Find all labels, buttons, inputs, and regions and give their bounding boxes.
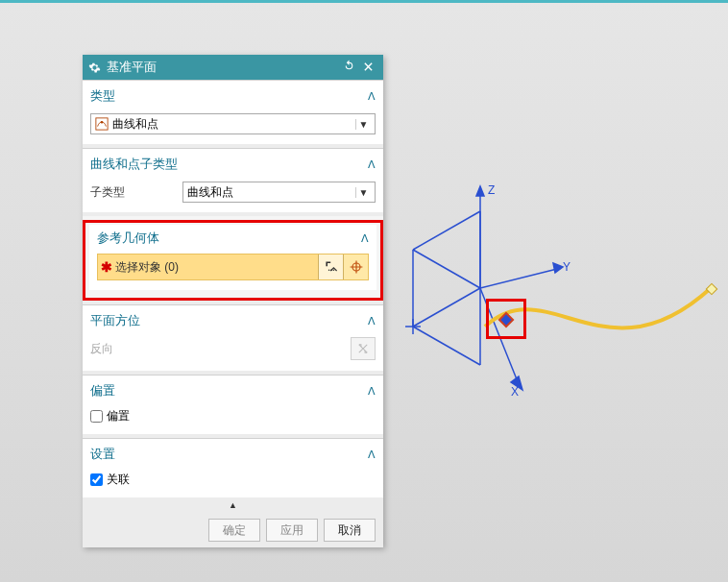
reverse-label: 反向 [90, 341, 351, 357]
svg-rect-0 [96, 118, 108, 130]
svg-line-15 [480, 269, 557, 288]
gear-icon [88, 61, 101, 74]
section-orient: 平面方位 ᐱ 反向 [83, 304, 383, 371]
select-object-text: 选择对象 (0) [115, 259, 318, 276]
point-construct-button[interactable] [343, 255, 368, 279]
smart-select-button[interactable] [318, 255, 343, 279]
select-object-row[interactable]: ✱ 选择对象 (0) [97, 254, 369, 280]
section-type: 类型 ᐱ 曲线和点 ▼ [83, 80, 383, 144]
required-star-icon: ✱ [98, 259, 115, 275]
svg-point-3 [330, 269, 332, 271]
caret-up-icon: ᐱ [368, 158, 376, 171]
assoc-checkbox[interactable] [90, 473, 103, 486]
reverse-button [351, 337, 376, 360]
axis-y-label: Y [563, 260, 570, 274]
assoc-checkbox-label: 关联 [107, 472, 130, 488]
svg-marker-14 [476, 186, 484, 196]
close-icon[interactable] [358, 61, 377, 75]
collapse-handle[interactable]: ▲ [83, 497, 383, 513]
caret-up-icon: ᐱ [368, 90, 376, 103]
svg-point-2 [328, 269, 329, 271]
section-offset: 偏置 ᐱ 偏置 [83, 375, 383, 434]
cancel-button[interactable]: 取消 [324, 519, 376, 542]
datum-plane-dialog: 基准平面 类型 ᐱ 曲线和点 ▼ 曲线和点子类型 ᐱ [83, 55, 383, 547]
section-refgeo-header[interactable]: 参考几何体 ᐱ [97, 227, 369, 250]
svg-point-1 [101, 121, 104, 124]
section-orient-header[interactable]: 平面方位 ᐱ [90, 309, 376, 332]
caret-up-icon: ᐱ [368, 315, 376, 327]
viewport-highlight-box [486, 299, 526, 339]
apply-button: 应用 [266, 519, 318, 542]
chevron-down-icon: ▼ [355, 187, 371, 198]
offset-checkbox[interactable] [90, 410, 103, 423]
svg-line-9 [413, 250, 480, 288]
svg-line-7 [413, 327, 480, 365]
viewport-3d[interactable]: Z Y X [384, 192, 728, 432]
section-settings-header[interactable]: 设置 ᐱ [90, 443, 376, 466]
svg-marker-16 [553, 263, 563, 273]
svg-line-11 [413, 211, 480, 250]
offset-checkbox-label: 偏置 [107, 408, 130, 424]
svg-point-4 [332, 269, 334, 271]
subtype-select[interactable]: 曲线和点 ▼ [182, 182, 376, 203]
chevron-down-icon: ▼ [355, 119, 371, 130]
triangle-up-icon: ▲ [229, 500, 237, 510]
ok-button: 确定 [208, 519, 260, 542]
caret-up-icon: ᐱ [368, 385, 376, 398]
svg-line-6 [413, 288, 480, 327]
axis-x-label: X [511, 385, 519, 399]
dialog-title: 基准平面 [107, 59, 339, 76]
reset-icon[interactable] [339, 60, 358, 75]
type-select[interactable]: 曲线和点 ▼ [90, 113, 376, 134]
section-offset-header[interactable]: 偏置 ᐱ [90, 379, 376, 402]
section-refgeo-highlight: 参考几何体 ᐱ ✱ 选择对象 (0) [83, 220, 383, 301]
subtype-label: 子类型 [90, 184, 177, 201]
dialog-header[interactable]: 基准平面 [83, 55, 383, 80]
app-top-bar [0, 0, 728, 3]
dialog-button-row: 确定 应用 取消 [83, 513, 383, 547]
curve-point-icon [95, 117, 109, 131]
axis-z-label: Z [488, 183, 495, 197]
section-settings: 设置 ᐱ 关联 [83, 438, 383, 497]
section-subtype-header[interactable]: 曲线和点子类型 ᐱ [90, 153, 376, 176]
caret-up-icon: ᐱ [361, 232, 369, 245]
caret-up-icon: ᐱ [368, 449, 376, 461]
section-type-header[interactable]: 类型 ᐱ [90, 85, 376, 108]
section-subtype: 曲线和点子类型 ᐱ 子类型 曲线和点 ▼ [83, 148, 383, 212]
